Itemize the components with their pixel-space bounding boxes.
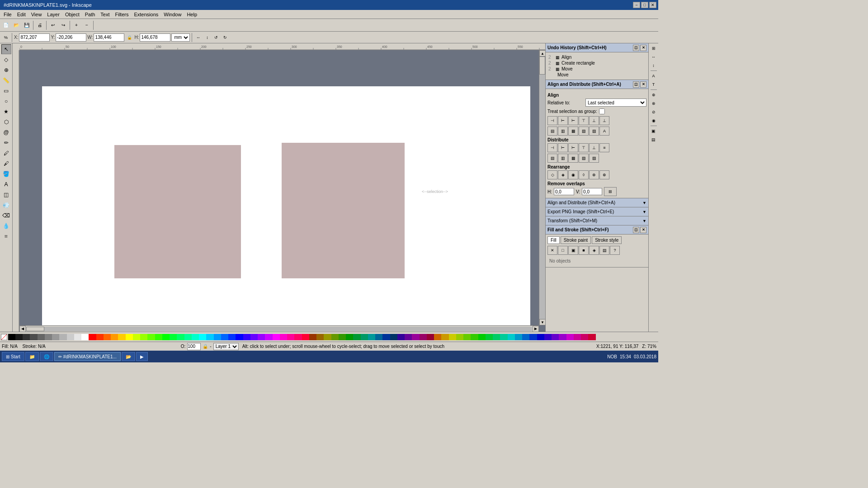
menu-filters[interactable]: Filters: [113, 11, 132, 18]
dropper-tool[interactable]: 💧: [1, 221, 11, 231]
align-center-h-btn[interactable]: ⊥: [589, 116, 599, 125]
overlap-h-input[interactable]: [554, 188, 574, 195]
rect-tool[interactable]: ▭: [1, 86, 11, 96]
canvas-area[interactable]: <--selection-->: [19, 50, 545, 332]
opacity-input[interactable]: [187, 343, 201, 350]
align-close-icon[interactable]: ✕: [640, 81, 646, 88]
flip-h-btn[interactable]: ↔: [194, 33, 202, 42]
undo-history-header[interactable]: Undo History (Shift+Ctrl+H) ◫ ✕: [546, 43, 648, 52]
undo-pin-icon[interactable]: ◫: [633, 45, 639, 51]
menu-help[interactable]: Help: [184, 11, 200, 18]
dist-right-btn[interactable]: ⊢: [568, 143, 578, 152]
transform-collapsed[interactable]: Transform (Shift+Ctrl+M) ▼: [546, 216, 648, 225]
align-distribute-collapsed[interactable]: Align and Distribute (Shift+Ctrl+A) ▼: [546, 198, 648, 207]
select-tool[interactable]: ↖: [1, 44, 11, 54]
new-button[interactable]: 📄: [1, 20, 11, 30]
start-button[interactable]: ⊞ Start: [2, 352, 24, 361]
x-coord-input[interactable]: [19, 33, 50, 42]
vertical-scrollbar[interactable]: ▲ ▼: [539, 50, 545, 325]
pencil-tool[interactable]: ✏: [1, 138, 11, 148]
fill-unknown-btn[interactable]: ?: [610, 246, 620, 255]
gradient-tool[interactable]: ◫: [1, 190, 11, 200]
stroke-style-tab[interactable]: Stroke style: [592, 236, 622, 244]
rectangle-1[interactable]: [114, 145, 241, 278]
align-pin-icon[interactable]: ◫: [633, 81, 639, 88]
circle-tool[interactable]: ○: [1, 96, 11, 106]
export-expand-icon[interactable]: ▼: [642, 210, 646, 214]
dist-btn-2e[interactable]: ▨: [589, 154, 599, 163]
menu-object[interactable]: Object: [62, 11, 82, 18]
dist-top-btn[interactable]: ⊤: [579, 143, 589, 152]
lock-opacity-btn[interactable]: 🔒: [203, 344, 208, 349]
unit-selector[interactable]: mm px cm in: [171, 33, 190, 42]
far-tool-11[interactable]: ▤: [650, 136, 658, 144]
taskbar-media[interactable]: ▶: [136, 352, 148, 361]
open-button[interactable]: 📂: [11, 20, 21, 30]
far-tool-8[interactable]: ⊘: [650, 108, 658, 116]
scroll-right-btn[interactable]: ▶: [533, 326, 539, 332]
far-tool-10[interactable]: ▣: [650, 127, 658, 135]
zoom-out-button[interactable]: −: [82, 20, 92, 30]
rearrange-btn-6[interactable]: ⊕: [599, 170, 609, 179]
export-png-collapsed[interactable]: Export PNG Image (Shift+Ctrl+E) ▼: [546, 207, 648, 216]
dist-btn-2d[interactable]: ▧: [579, 154, 589, 163]
dist-btn-2a[interactable]: ▤: [547, 154, 557, 163]
dist-left-btn[interactable]: ⊣: [547, 143, 557, 152]
menu-path[interactable]: Path: [82, 11, 98, 18]
color-swatches[interactable]: [8, 334, 596, 340]
pen-tool[interactable]: 🖊: [1, 148, 11, 158]
align-top-edge-btn[interactable]: ⊤: [579, 116, 589, 125]
align-last-col-btn[interactable]: ▤: [547, 127, 557, 136]
far-tool-5[interactable]: T: [650, 80, 658, 89]
align-distribute-header[interactable]: Align and Distribute (Shift+Ctrl+A) ◫ ✕: [546, 80, 648, 89]
scroll-thumb-h[interactable]: [26, 327, 44, 331]
3d-box-tool[interactable]: ⬡: [1, 117, 11, 127]
taskbar-inkscape[interactable]: ✏ #dRINKMASKINPLATE1...: [54, 352, 121, 361]
taskbar-firefox[interactable]: 🌐: [40, 352, 53, 361]
redo-button[interactable]: ↪: [58, 20, 68, 30]
fill-stroke-pin-icon[interactable]: ◫: [633, 227, 639, 233]
align-bottom-edge-btn[interactable]: ⊥: [599, 116, 609, 125]
w-coord-input[interactable]: [94, 33, 124, 42]
calligraphy-tool[interactable]: 🖋: [1, 159, 11, 169]
flip-v-btn[interactable]: ↕: [203, 33, 211, 42]
fill-stroke-close-icon[interactable]: ✕: [640, 227, 646, 233]
dist-center-h-btn[interactable]: ⊥: [589, 143, 599, 152]
zoom-tool[interactable]: ⊕: [1, 65, 11, 75]
dist-btn-2c[interactable]: ▦: [568, 154, 578, 163]
align-btn-2d[interactable]: ▧: [579, 127, 589, 136]
far-tool-3[interactable]: ↕: [650, 61, 658, 70]
rearrange-btn-2[interactable]: ◈: [558, 170, 568, 179]
maximize-button[interactable]: □: [641, 2, 648, 8]
treat-as-group-checkbox[interactable]: [599, 108, 605, 114]
align-left-center-btn[interactable]: ⊢: [558, 116, 568, 125]
undo-close-icon[interactable]: ✕: [640, 45, 646, 51]
canvas-wrapper[interactable]: 050100150200250300350400450500550 <--sel…: [13, 43, 545, 332]
close-button[interactable]: ✕: [649, 2, 656, 8]
align-text-btn[interactable]: A: [599, 127, 609, 136]
rearrange-btn-5[interactable]: ⊗: [589, 170, 599, 179]
h-coord-input[interactable]: [140, 33, 170, 42]
menu-window[interactable]: Window: [161, 11, 184, 18]
rectangle-2[interactable]: [282, 143, 405, 278]
rearrange-btn-1[interactable]: ◇: [547, 170, 557, 179]
lock-aspect-btn[interactable]: 🔒: [125, 33, 133, 42]
layer-select[interactable]: Layer 1: [213, 343, 239, 350]
scroll-down-btn[interactable]: ▼: [539, 319, 545, 325]
spiral-tool[interactable]: @: [1, 127, 11, 137]
scroll-up-btn[interactable]: ▲: [539, 50, 545, 56]
menu-extensions[interactable]: Extensions: [131, 11, 161, 18]
dist-center-v-btn[interactable]: ⊢: [558, 143, 568, 152]
undo-item[interactable]: Move: [547, 72, 646, 78]
menu-edit[interactable]: Edit: [14, 11, 28, 18]
fill-stroke-header[interactable]: Fill and Stroke (Shift+Ctrl+F) ◫ ✕: [546, 225, 648, 235]
menu-file[interactable]: File: [1, 11, 14, 18]
align-right-edge-btn[interactable]: ⊢: [568, 116, 578, 125]
minimize-button[interactable]: −: [633, 2, 640, 8]
color-none-swatch[interactable]: [1, 334, 7, 340]
print-button[interactable]: 🖨: [35, 20, 45, 30]
taskbar-explorer[interactable]: 📁: [25, 352, 39, 361]
far-tool-4[interactable]: A: [650, 72, 658, 80]
far-tool-2[interactable]: ↔: [650, 53, 658, 61]
star-tool[interactable]: ★: [1, 107, 11, 117]
